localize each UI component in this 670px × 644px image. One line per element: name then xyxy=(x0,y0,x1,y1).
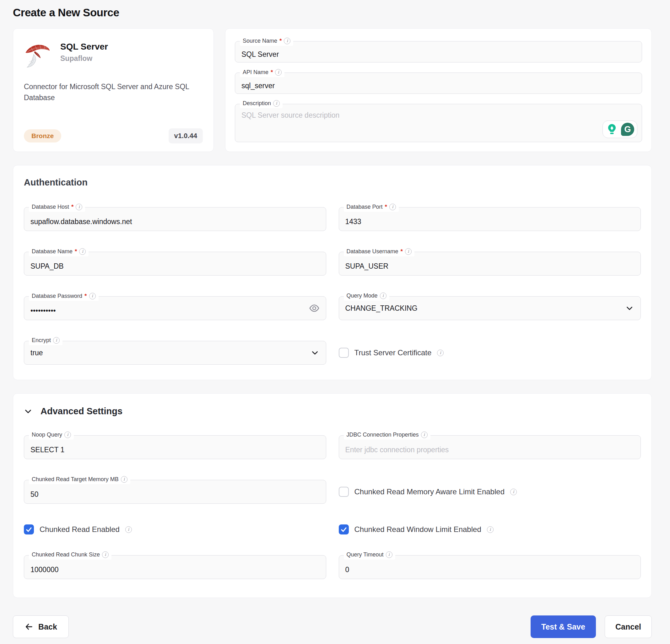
chunked-read-enabled-row: Chunked Read Enabled i xyxy=(24,524,132,534)
chunked-read-chunk-size-label: Chunked Read Chunk Size xyxy=(32,551,100,558)
info-icon[interactable]: i xyxy=(386,551,392,558)
chunked-read-window-limit-row: Chunked Read Window Limit Enabled i xyxy=(339,524,494,534)
encrypt-select[interactable]: Encrypt i true xyxy=(24,341,326,365)
info-icon[interactable]: i xyxy=(380,292,387,299)
database-password-field: Database Password * i xyxy=(24,296,326,320)
show-password-button[interactable] xyxy=(309,303,320,314)
info-icon[interactable]: i xyxy=(89,293,96,299)
info-icon[interactable]: i xyxy=(421,431,428,438)
jdbc-connection-properties-field: JDBC Connection Properties i xyxy=(339,435,641,459)
chunked-read-window-limit-label: Chunked Read Window Limit Enabled xyxy=(354,525,481,534)
top-row: SQL Server Supaflow Connector for Micros… xyxy=(13,28,652,152)
database-username-field: Database Username * i xyxy=(339,252,641,276)
api-name-input[interactable] xyxy=(235,73,642,94)
required-asterisk: * xyxy=(385,203,387,210)
info-icon[interactable]: i xyxy=(125,526,132,533)
trust-server-certificate-row: Trust Server Certificate i xyxy=(339,348,444,358)
info-icon[interactable]: i xyxy=(53,337,60,344)
encrypt-label: Encrypt xyxy=(32,337,51,344)
source-form-card: Source Name * i API Name * i Description… xyxy=(225,28,652,152)
chunked-read-target-memory-field: Chunked Read Target Memory MB i xyxy=(24,480,326,504)
chevron-down-icon xyxy=(311,349,319,357)
query-mode-value: CHANGE_TRACKING xyxy=(345,304,418,313)
database-name-label: Database Name xyxy=(32,248,72,255)
chunked-read-target-memory-label: Chunked Read Target Memory MB xyxy=(32,476,119,483)
info-icon[interactable]: i xyxy=(275,69,282,76)
database-name-field: Database Name * i xyxy=(24,252,326,276)
check-icon xyxy=(25,526,33,533)
page-title: Create a New Source xyxy=(13,6,652,19)
info-icon[interactable]: i xyxy=(405,248,412,255)
info-icon[interactable]: i xyxy=(437,350,444,356)
api-name-label: API Name xyxy=(243,69,268,76)
required-asterisk: * xyxy=(271,69,273,76)
info-icon[interactable]: i xyxy=(79,248,86,255)
tier-badge: Bronze xyxy=(24,129,61,142)
connector-name: SQL Server xyxy=(60,42,108,52)
cancel-button[interactable]: Cancel xyxy=(605,615,652,638)
required-asterisk: * xyxy=(401,248,403,255)
query-timeout-field: Query Timeout i xyxy=(339,555,641,579)
authentication-heading: Authentication xyxy=(24,177,641,188)
required-asterisk: * xyxy=(75,248,77,255)
source-name-field: Source Name * i xyxy=(235,41,642,63)
chevron-down-icon xyxy=(24,407,32,415)
chunked-read-memory-aware-row: Chunked Read Memory Aware Limit Enabled … xyxy=(339,487,517,497)
required-asterisk: * xyxy=(84,292,86,299)
footer-actions: Back Test & Save Cancel xyxy=(13,615,652,643)
source-name-label: Source Name xyxy=(243,38,277,44)
query-mode-label: Query Mode xyxy=(347,292,378,299)
info-icon[interactable]: i xyxy=(510,489,517,495)
description-input[interactable] xyxy=(235,104,642,142)
chevron-down-icon xyxy=(626,304,633,312)
source-name-input[interactable] xyxy=(235,41,642,62)
database-port-field: Database Port * i xyxy=(339,207,641,231)
suggestion-bulb-icon[interactable] xyxy=(606,123,618,136)
required-asterisk: * xyxy=(71,203,73,210)
query-timeout-label: Query Timeout xyxy=(347,551,384,558)
chunked-read-chunk-size-field: Chunked Read Chunk Size i xyxy=(24,555,326,579)
encrypt-value: true xyxy=(30,349,43,357)
authentication-section: Authentication Database Host * i Databas… xyxy=(13,165,652,380)
sql-server-logo-icon xyxy=(24,41,51,70)
connector-card: SQL Server Supaflow Connector for Micros… xyxy=(13,28,214,152)
description-label: Description xyxy=(243,100,271,107)
info-icon[interactable]: i xyxy=(64,431,71,438)
info-icon[interactable]: i xyxy=(273,100,280,107)
create-source-page: Create a New Source xyxy=(0,0,670,644)
info-icon[interactable]: i xyxy=(121,476,128,483)
database-port-label: Database Port xyxy=(347,204,383,210)
info-icon[interactable]: i xyxy=(284,38,291,44)
check-icon xyxy=(340,526,348,533)
query-mode-select[interactable]: Query Mode i CHANGE_TRACKING xyxy=(339,296,641,320)
required-asterisk: * xyxy=(279,37,282,44)
noop-query-label: Noop Query xyxy=(32,431,62,438)
chunked-read-enabled-label: Chunked Read Enabled xyxy=(40,525,120,534)
trust-server-certificate-checkbox[interactable] xyxy=(339,348,349,358)
database-host-label: Database Host xyxy=(32,204,69,210)
advanced-settings-section: Advanced Settings Noop Query i JDBC Conn… xyxy=(13,393,652,598)
advanced-settings-toggle[interactable]: Advanced Settings xyxy=(24,406,641,416)
info-icon[interactable]: i xyxy=(487,526,494,533)
description-field: Description i G xyxy=(235,104,642,142)
back-button[interactable]: Back xyxy=(13,615,69,638)
info-icon[interactable]: i xyxy=(102,551,109,558)
info-icon[interactable]: i xyxy=(389,204,396,210)
connector-description: Connector for Microsoft SQL Server and A… xyxy=(24,81,200,103)
chunked-read-memory-aware-checkbox[interactable] xyxy=(339,487,349,497)
database-password-label: Database Password xyxy=(32,293,82,299)
eye-icon xyxy=(309,303,320,314)
database-host-field: Database Host * i xyxy=(24,207,326,231)
chunked-read-memory-aware-label: Chunked Read Memory Aware Limit Enabled xyxy=(354,488,505,496)
api-name-field: API Name * i xyxy=(235,72,642,94)
grammarly-logo-icon[interactable]: G xyxy=(621,123,634,136)
jdbc-connection-properties-label: JDBC Connection Properties xyxy=(347,431,419,438)
test-save-button[interactable]: Test & Save xyxy=(531,615,596,638)
chunked-read-window-limit-checkbox[interactable] xyxy=(339,524,349,534)
trust-server-certificate-label: Trust Server Certificate xyxy=(354,348,432,357)
info-icon[interactable]: i xyxy=(76,204,82,210)
chunked-read-enabled-checkbox[interactable] xyxy=(24,524,34,534)
noop-query-field: Noop Query i xyxy=(24,435,326,459)
back-button-label: Back xyxy=(38,622,57,631)
database-username-label: Database Username xyxy=(347,248,399,255)
